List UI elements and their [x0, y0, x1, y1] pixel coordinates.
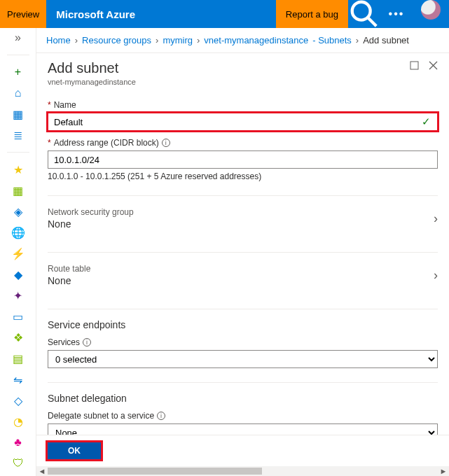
name-label: *Name [48, 100, 438, 110]
network-icon: ⇋ [13, 373, 22, 386]
dashboard-icon: ▦ [13, 108, 23, 121]
home-button[interactable]: ⌂ [10, 86, 27, 100]
storage-button[interactable]: ▤ [10, 351, 27, 365]
horizontal-scrollbar[interactable]: ◄ ► [36, 466, 449, 476]
scroll-thumb[interactable] [48, 468, 262, 475]
cosmos-icon: ✦ [13, 289, 22, 302]
cidr-hint: 10.0.1.0 - 10.0.1.255 (251 + 5 Azure res… [48, 172, 438, 181]
advisor-icon: ♣ [14, 436, 22, 449]
aad-button[interactable]: ◇ [10, 393, 27, 407]
lb-icon: ❖ [13, 331, 23, 344]
bolt-icon: ⚡ [11, 247, 25, 260]
info-icon[interactable]: i [83, 338, 91, 346]
home-icon: ⌂ [15, 87, 22, 99]
network-button[interactable]: ⇋ [10, 372, 27, 386]
star-button[interactable]: ★ [10, 162, 27, 176]
close-button[interactable] [429, 60, 438, 72]
vm-button[interactable]: ▭ [10, 309, 27, 323]
chevron-right-icon: › [434, 211, 438, 226]
aad-icon: ◇ [14, 394, 22, 407]
plus-button[interactable]: + [10, 65, 27, 79]
nsg-picker[interactable]: Network security group None › [48, 200, 438, 238]
chevron-right-icon: › [156, 35, 158, 46]
top-bar: Preview Microsoft Azure Report a bug ••• [0, 0, 449, 28]
ellipsis-icon: ••• [389, 8, 405, 20]
collapse-button[interactable]: » [10, 31, 27, 45]
page-title: Add subnet [48, 60, 136, 76]
breadcrumb: Home › Resource groups › mymirg › vnet-m… [36, 28, 449, 53]
name-input[interactable] [48, 113, 438, 131]
bolt-button[interactable]: ⚡ [10, 246, 27, 260]
crumb-current: Add subnet [363, 35, 409, 46]
report-bug-button[interactable]: Report a bug [276, 0, 348, 28]
divider [48, 252, 438, 253]
cidr-input[interactable] [48, 150, 438, 169]
crumb-resource-groups[interactable]: Resource groups [82, 35, 151, 46]
crumb-subnets[interactable]: - Subnets [312, 35, 352, 46]
crumb-rg[interactable]: mymirg [163, 35, 193, 46]
search-icon [348, 0, 380, 30]
search-button[interactable] [348, 0, 380, 28]
subnet-delegation-header: Subnet delegation [48, 393, 438, 404]
plus-icon: + [15, 66, 21, 78]
blade: Add subnet vnet-mymanagedinstance *Name … [36, 53, 449, 466]
chevron-right-icon: › [75, 35, 78, 46]
divider [48, 309, 438, 309]
cosmos-button[interactable]: ✦ [10, 288, 27, 302]
divider [48, 382, 438, 383]
collapse-icon: » [15, 31, 21, 44]
monitor-button[interactable]: ◔ [10, 414, 27, 428]
restore-icon [410, 61, 419, 70]
restore-button[interactable] [410, 60, 419, 72]
more-button[interactable]: ••• [380, 0, 413, 28]
page-subtitle: vnet-mymanagedinstance [48, 78, 136, 86]
close-icon [429, 61, 438, 70]
lb-button[interactable]: ❖ [10, 330, 27, 344]
services-label: Services i [48, 337, 438, 347]
info-icon[interactable]: i [162, 139, 170, 147]
advisor-button[interactable]: ♣ [10, 435, 27, 449]
route-table-label: Route table [48, 264, 90, 274]
apps-icon: ▦ [13, 184, 23, 197]
dashboard-button[interactable]: ▦ [10, 107, 27, 121]
sql-icon: ◆ [14, 268, 22, 281]
sql-button[interactable]: ◆ [10, 267, 27, 281]
globe-icon: 🌐 [11, 226, 25, 239]
monitor-icon: ◔ [13, 415, 23, 428]
svg-point-0 [352, 2, 371, 20]
scroll-right-icon[interactable]: ► [438, 467, 449, 475]
svg-line-1 [368, 18, 377, 27]
crumb-home[interactable]: Home [46, 35, 71, 46]
chevron-right-icon: › [356, 35, 359, 46]
globe-button[interactable]: 🌐 [10, 225, 27, 239]
star-icon: ★ [13, 163, 23, 176]
crumb-vnet[interactable]: vnet-mymanagedinstance [204, 35, 308, 46]
ok-button[interactable]: OK [48, 442, 101, 459]
service-endpoints-header: Service endpoints [48, 319, 438, 330]
route-table-value: None [48, 275, 90, 286]
preview-badge: Preview [0, 0, 46, 28]
avatar[interactable] [421, 0, 441, 20]
security-button[interactable]: 🛡 [10, 456, 27, 470]
vm-icon: ▭ [13, 310, 23, 323]
chevron-right-icon: › [434, 268, 438, 283]
cube-button[interactable]: ◈ [10, 204, 27, 218]
cidr-label: *Address range (CIDR block) i [48, 138, 438, 148]
nsg-label: Network security group [48, 207, 134, 217]
apps-button[interactable]: ▦ [10, 183, 27, 197]
svg-rect-2 [410, 62, 418, 69]
chevron-right-icon: › [197, 35, 200, 46]
info-icon[interactable]: i [157, 412, 165, 420]
route-table-picker[interactable]: Route table None › [48, 257, 438, 295]
brand-label[interactable]: Microsoft Azure [46, 0, 145, 28]
scroll-left-icon[interactable]: ◄ [36, 467, 48, 475]
delegate-label: Delegate subnet to a service i [48, 411, 438, 421]
security-icon: 🛡 [13, 457, 24, 470]
list-button[interactable]: ≣ [10, 128, 27, 142]
list-icon: ≣ [13, 129, 22, 142]
valid-check-icon: ✓ [422, 115, 431, 128]
scroll-track[interactable] [48, 466, 438, 476]
storage-icon: ▤ [13, 352, 23, 365]
services-select[interactable]: 0 selected [48, 350, 438, 368]
divider [48, 195, 438, 196]
